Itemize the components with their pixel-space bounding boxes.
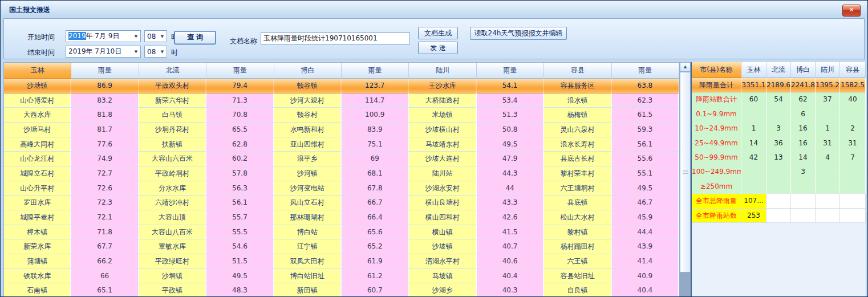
cell-rain-value[interactable]: 49.5 [206, 269, 274, 284]
cell-rain-value[interactable]: 43.9 [612, 239, 679, 254]
cell-station-name[interactable]: 平政镇 [139, 283, 206, 296]
cell-rain-value[interactable]: 86.9 [71, 79, 139, 93]
cell-rain-value[interactable]: 79.4 [206, 79, 274, 93]
summary-row[interactable]: 100~249.9mm3 [692, 165, 866, 179]
cell-rain-value[interactable]: 61.9 [342, 254, 409, 269]
cell-rain-value[interactable]: 68.1 [342, 166, 409, 181]
cell-station-name[interactable]: 陆川站 [409, 166, 476, 181]
cell-station-name[interactable]: 容县站旧址 [544, 269, 611, 284]
table-row[interactable]: 蒲塘镇66.2平政绿旺村51.5双凤大田村61.9清湖永平村40.6六王镇41.… [4, 254, 679, 269]
cell-rain-value[interactable]: 69 [342, 152, 409, 166]
cell-station-name[interactable]: 县底镇 [544, 196, 611, 210]
cell-rain-value[interactable]: 72.1 [71, 210, 139, 225]
query-button[interactable]: 查 询 [174, 31, 216, 44]
cell-rain-value[interactable]: 74.9 [71, 152, 139, 166]
cell-station-name[interactable]: 扶新镇 [139, 137, 206, 152]
cell-rain-value[interactable]: 41.5 [477, 225, 544, 240]
cell-station-name[interactable]: 城隍立石村 [4, 166, 71, 181]
cell-station-name[interactable]: 山心龙江村 [4, 152, 71, 166]
cell-station-name[interactable]: 沙塘马村 [4, 123, 71, 137]
summary-row[interactable]: 降雨站数合计6054623740 [692, 92, 866, 107]
cell-rain-value[interactable]: 40.3 [477, 283, 544, 296]
cell-station-name[interactable]: 新荣水库 [4, 239, 71, 254]
cell-station-name[interactable]: 平政双头村 [139, 79, 206, 93]
cell-station-name[interactable]: 灵山六泉村 [544, 123, 611, 137]
cell-station-name[interactable]: 博白站旧址 [274, 269, 342, 284]
summary-row[interactable]: 0.1~9.9mm6 [692, 107, 866, 121]
cell-rain-value[interactable]: 72.6 [71, 181, 139, 196]
column-header-1[interactable]: 雨量 [71, 63, 139, 79]
cell-rain-value[interactable]: 44 [477, 181, 544, 196]
cell-rain-value[interactable]: 51.3 [477, 108, 544, 123]
cell-station-name[interactable]: 沙河变电站 [274, 181, 342, 196]
cell-station-name[interactable]: 浪水长寿村 [544, 137, 611, 152]
cell-rain-value[interactable]: 114.7 [342, 93, 409, 108]
cell-station-name[interactable]: 山心升平村 [4, 181, 71, 196]
cell-station-name[interactable]: 博白站 [274, 225, 342, 240]
summary-column-header-5[interactable]: 容县 [840, 62, 866, 78]
cell-rain-value[interactable]: 45.9 [612, 210, 679, 225]
cell-station-name[interactable]: 马坡镇 [409, 269, 476, 284]
cell-station-name[interactable]: 清湖永平村 [409, 254, 476, 269]
cell-station-name[interactable]: 白马镇 [139, 108, 206, 123]
cell-rain-value[interactable]: 46.7 [612, 196, 679, 210]
cell-station-name[interactable]: 沙河大观村 [274, 93, 342, 108]
cell-station-name[interactable]: 横山镇 [409, 225, 476, 240]
cell-station-name[interactable]: 大容山八百米 [139, 225, 206, 240]
cell-station-name[interactable]: 那林珊瑚村 [274, 210, 342, 225]
cell-station-name[interactable]: 容县服务区 [544, 79, 611, 93]
cell-rain-value[interactable]: 65.1 [71, 283, 139, 296]
summary-row[interactable]: 降雨量合计3351.12189.62241.81395.21582.5 [692, 78, 866, 92]
scroll-up-icon[interactable]: ▲ [680, 62, 691, 72]
table-row[interactable]: 大西水库81.8白马镇70.8顿谷村100.9米场镇51.3杨梅镇61.5 [4, 108, 679, 123]
cell-station-name[interactable]: 平政岭垌村 [139, 166, 206, 181]
summary-row[interactable]: 全市降雨站数253 [692, 209, 866, 223]
cell-rain-value[interactable]: 66.4 [342, 210, 409, 225]
cell-station-name[interactable]: 沙河镇 [274, 166, 342, 181]
table-row[interactable]: 新荣水库67.7覃敏水库54.6江宁镇65.2沙坡镇40.7杨村蹋田村43.9 [4, 239, 679, 254]
cell-station-name[interactable]: 水鸣新和村 [274, 123, 342, 137]
cell-rain-value[interactable]: 66.2 [71, 254, 139, 269]
cell-rain-value[interactable]: 83.2 [71, 93, 139, 108]
cell-rain-value[interactable]: 57.8 [206, 166, 274, 181]
table-row[interactable]: 樟木镇71.8大容山八百米55.5博白站65.6横山镇41.5黎村镇44.4 [4, 225, 679, 240]
cell-rain-value[interactable]: 47.9 [477, 152, 544, 166]
cell-station-name[interactable]: 覃敏水库 [139, 239, 206, 254]
chevron-down-icon[interactable]: ▼ [132, 50, 140, 54]
cell-rain-value[interactable]: 49.5 [612, 181, 679, 196]
cell-station-name[interactable]: 新田镇 [274, 283, 342, 296]
cell-rain-value[interactable]: 50.8 [477, 123, 544, 137]
cell-rain-value[interactable]: 48.3 [206, 283, 274, 296]
cell-rain-value[interactable]: 61.2 [342, 269, 409, 284]
cell-rain-value[interactable]: 60.2 [206, 152, 274, 166]
cell-station-name[interactable]: 顿谷镇 [274, 79, 342, 93]
cell-rain-value[interactable]: 60.7 [342, 283, 409, 296]
cell-station-name[interactable]: 马坡靖东村 [409, 137, 476, 152]
column-header-6[interactable]: 陆川 [409, 63, 476, 79]
cell-rain-value[interactable]: 62.8 [206, 137, 274, 152]
cell-station-name[interactable]: 黎村镇 [544, 225, 611, 240]
cell-station-name[interactable]: 王沙水库 [409, 79, 476, 93]
doc-name-input[interactable] [261, 32, 410, 44]
summary-column-header-2[interactable]: 北流 [766, 62, 791, 78]
column-header-3[interactable]: 雨量 [206, 63, 274, 79]
summary-column-header-0[interactable]: 市(县)名称 [692, 62, 741, 78]
send-button[interactable]: 发 送 [418, 42, 458, 54]
cell-rain-value[interactable]: 81.8 [71, 108, 139, 123]
cell-station-name[interactable]: 米场镇 [409, 108, 476, 123]
summary-row[interactable]: 25~49.9mm1436163131 [692, 136, 866, 150]
cell-station-name[interactable]: 顿谷村 [274, 108, 342, 123]
cell-station-name[interactable]: 六靖沙冲村 [139, 196, 206, 210]
cell-station-name[interactable]: 六王塘垌村 [544, 181, 611, 196]
table-row[interactable]: 山心博爱村83.2新荣六华村71.3沙河大观村114.7大桥陆透村53.4浪水镇… [4, 93, 679, 108]
chevron-down-icon[interactable]: ▼ [132, 34, 140, 39]
column-header-0[interactable]: 玉林 [4, 63, 71, 79]
cell-rain-value[interactable]: 56.1 [612, 137, 679, 152]
cell-station-name[interactable]: 浪水镇 [544, 93, 611, 108]
cell-rain-value[interactable]: 49.5 [477, 137, 544, 152]
column-header-8[interactable]: 容县 [544, 63, 611, 79]
table-row[interactable]: 石南镇65.1平政镇48.3新田镇60.7沙湖乡40.3自良镇40.4 [4, 283, 679, 296]
cell-station-name[interactable]: 黎村荣丰村 [544, 166, 611, 181]
table-row[interactable]: 城隍平巷村72.1大容山顶55.7那林珊瑚村66.4横山四和村42.6松山大水村… [4, 210, 679, 225]
cell-station-name[interactable]: 江宁镇 [274, 239, 342, 254]
